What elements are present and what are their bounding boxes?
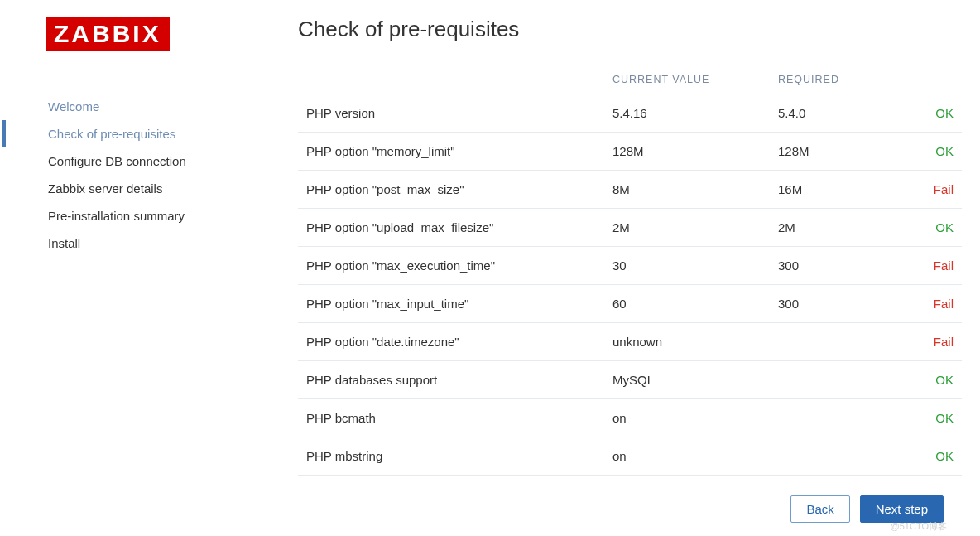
requirements-table: CURRENT VALUE REQUIRED PHP version5.4.16… [298,65,962,476]
req-status: OK [877,437,962,476]
table-row: PHP option "max_execution_time"30300Fail [298,247,962,285]
nav-step-5[interactable]: Install [48,229,290,257]
req-status: OK [877,94,962,133]
req-current: 128M [604,133,770,171]
req-name: PHP bcmath [298,399,604,437]
req-status: Fail [877,171,962,209]
sidebar: ZABBIX WelcomeCheck of pre-requisitesCon… [0,0,290,536]
req-current: 2M [604,209,770,247]
next-step-button[interactable]: Next step [860,495,944,523]
req-current: 60 [604,285,770,323]
req-status: OK [877,133,962,171]
col-status [877,65,962,94]
req-name: PHP option "post_max_size" [298,171,604,209]
req-status: OK [877,361,962,399]
req-current: MySQL [604,361,770,399]
req-required: 16M [770,171,877,209]
table-row: PHP databases supportMySQLOK [298,361,962,399]
zabbix-logo: ZABBIX [46,17,170,51]
table-row: PHP version5.4.165.4.0OK [298,94,962,133]
req-name: PHP databases support [298,361,604,399]
nav-step-3[interactable]: Zabbix server details [48,175,290,202]
req-name: PHP option "upload_max_filesize" [298,209,604,247]
back-button[interactable]: Back [790,495,849,523]
req-name: PHP option "date.timezone" [298,323,604,361]
req-status: OK [877,399,962,437]
wizard-footer: Back Next step [298,484,963,536]
req-required: 128M [770,133,877,171]
req-required [770,361,877,399]
page-title: Check of pre-requisites [298,17,963,42]
req-required: 2M [770,209,877,247]
req-current: 5.4.16 [604,94,770,133]
nav-step-4[interactable]: Pre-installation summary [48,202,290,229]
req-required [770,399,877,437]
req-current: on [604,437,770,476]
req-required: 300 [770,247,877,285]
req-current: 30 [604,247,770,285]
table-row: PHP option "upload_max_filesize"2M2MOK [298,209,962,247]
req-required [770,323,877,361]
table-row: PHP option "memory_limit"128M128MOK [298,133,962,171]
col-name [298,65,604,94]
req-required [770,437,877,476]
req-name: PHP option "memory_limit" [298,133,604,171]
req-status: Fail [877,247,962,285]
nav-step-1[interactable]: Check of pre-requisites [48,120,290,147]
nav-step-0[interactable]: Welcome [48,93,290,120]
req-name: PHP option "max_execution_time" [298,247,604,285]
main-panel: Check of pre-requisites CURRENT VALUE RE… [290,0,980,536]
table-row: PHP option "post_max_size"8M16MFail [298,171,962,209]
table-row: PHP mbstringonOK [298,437,962,476]
req-required: 300 [770,285,877,323]
requirements-scroll[interactable]: CURRENT VALUE REQUIRED PHP version5.4.16… [298,65,963,484]
table-row: PHP option "max_input_time"60300Fail [298,285,962,323]
req-current: 8M [604,171,770,209]
req-status: Fail [877,285,962,323]
setup-steps-nav: WelcomeCheck of pre-requisitesConfigure … [46,93,290,257]
nav-step-2[interactable]: Configure DB connection [48,147,290,175]
req-name: PHP mbstring [298,437,604,476]
req-status: Fail [877,323,962,361]
req-current: on [604,399,770,437]
col-current: CURRENT VALUE [604,65,770,94]
req-current: unknown [604,323,770,361]
req-name: PHP option "max_input_time" [298,285,604,323]
col-required: REQUIRED [770,65,877,94]
table-row: PHP bcmathonOK [298,399,962,437]
req-name: PHP version [298,94,604,133]
table-row: PHP option "date.timezone"unknownFail [298,323,962,361]
req-status: OK [877,209,962,247]
req-required: 5.4.0 [770,94,877,133]
